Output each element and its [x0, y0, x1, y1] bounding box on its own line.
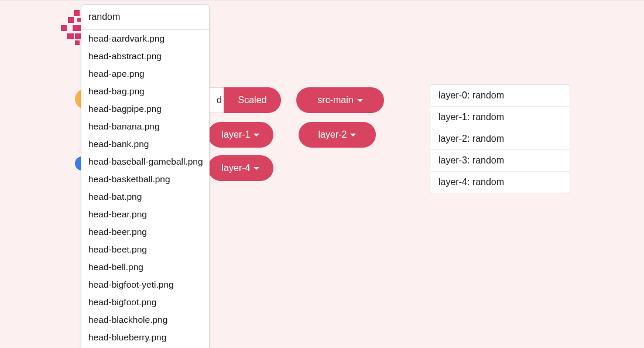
scaled-button[interactable]: Scaled	[224, 87, 281, 113]
dropdown-option[interactable]: head-blueberry.png	[81, 329, 209, 346]
layer-1-label: layer-1	[222, 129, 251, 140]
dropdown-option[interactable]: head-baseball-gameball.png	[81, 153, 209, 170]
dropdown-option[interactable]: head-bell.png	[81, 258, 209, 276]
caret-down-icon	[357, 99, 363, 102]
dropdown-option[interactable]: head-banana.png	[81, 118, 209, 135]
dropdown-option-label: head-bear.png	[88, 209, 147, 219]
layer-1-dropdown-button[interactable]: layer-1	[208, 122, 273, 148]
dropdown-option-label: head-basketball.png	[88, 174, 170, 184]
layer-4-dropdown-button[interactable]: layer-4	[208, 155, 273, 181]
dropdown-option-label: head-banana.png	[88, 121, 160, 131]
layer-status-row[interactable]: layer-4: random	[430, 172, 570, 193]
dropdown-option[interactable]: head-bigfoot.png	[81, 294, 209, 311]
layer-status-text: layer-3: random	[439, 155, 504, 165]
dropdown-option-label: head-bagpipe.png	[88, 104, 162, 114]
dropdown-option[interactable]: head-bank.png	[81, 135, 209, 153]
layer-status-row[interactable]: layer-0: random	[430, 85, 570, 107]
dropdown-option[interactable]: head-blackhole.png	[81, 311, 209, 329]
layer-status-list: layer-0: random layer-1: random layer-2:…	[430, 84, 570, 193]
dropdown-option-label: head-bell.png	[88, 262, 143, 272]
caret-down-icon	[350, 134, 356, 137]
dropdown-option-label: head-blueberry.png	[88, 332, 166, 342]
dropdown-option-label: head-abstract.png	[88, 51, 162, 61]
layer-2-dropdown-button[interactable]: layer-2	[299, 122, 376, 148]
dropdown-option-label: head-baseball-gameball.png	[88, 156, 203, 166]
dropdown-option[interactable]: head-basketball.png	[81, 170, 209, 188]
dropdown-option-label: head-bigfoot.png	[88, 297, 156, 307]
dropdown-option[interactable]: head-aardvark.png	[81, 30, 209, 47]
dropdown-option[interactable]: head-bigfoot-yeti.png	[81, 276, 209, 294]
caret-down-icon	[254, 134, 259, 137]
dropdown-option-label: head-bank.png	[88, 139, 149, 149]
segment-left-text: d	[217, 95, 222, 105]
scaled-label: Scaled	[238, 95, 267, 105]
layer-status-row[interactable]: layer-3: random	[430, 150, 570, 172]
dropdown-option-label: head-beer.png	[88, 227, 147, 237]
layer-status-text: layer-4: random	[439, 177, 504, 187]
dropdown-option[interactable]: head-beet.png	[81, 241, 209, 258]
layer-status-text: layer-0: random	[439, 90, 504, 100]
dropdown-option-label: head-beet.png	[88, 244, 147, 254]
layer-2-label: layer-2	[318, 129, 347, 140]
dropdown-option-label: head-aardvark.png	[88, 33, 165, 43]
dropdown-option[interactable]: head-ape.png	[81, 65, 209, 83]
layer-status-text: layer-2: random	[439, 134, 504, 144]
dropdown-option[interactable]: head-bagpipe.png	[81, 100, 209, 118]
dropdown-option[interactable]: head-bag.png	[81, 83, 209, 100]
src-main-label: src-main	[317, 95, 353, 105]
layer-status-text: layer-1: random	[439, 112, 504, 122]
dropdown-option[interactable]: head-bat.png	[81, 188, 209, 206]
dropdown-option-label: head-blackhole.png	[88, 315, 167, 325]
dropdown-option-label: head-bigfoot-yeti.png	[88, 279, 174, 289]
layer-status-row[interactable]: layer-1: random	[430, 107, 570, 128]
layer-status-row[interactable]: layer-2: random	[430, 128, 570, 150]
dropdown-search-input[interactable]	[86, 8, 204, 26]
dropdown-option-label: head-ape.png	[88, 69, 145, 79]
image-select-dropdown: head-aardvark.png head-abstract.png head…	[81, 4, 210, 348]
dropdown-option[interactable]: head-bear.png	[81, 206, 209, 223]
dropdown-option[interactable]: head-abstract.png	[81, 47, 209, 65]
dropdown-option-list: head-aardvark.png head-abstract.png head…	[81, 30, 209, 348]
layer-4-label: layer-4	[222, 163, 251, 173]
src-main-dropdown-button[interactable]: src-main	[296, 87, 384, 113]
dropdown-search-wrap	[81, 5, 209, 30]
caret-down-icon	[254, 167, 259, 170]
dropdown-option[interactable]: head-beer.png	[81, 223, 209, 241]
dropdown-option-label: head-bag.png	[88, 86, 145, 96]
dropdown-option-label: head-bat.png	[88, 192, 142, 202]
